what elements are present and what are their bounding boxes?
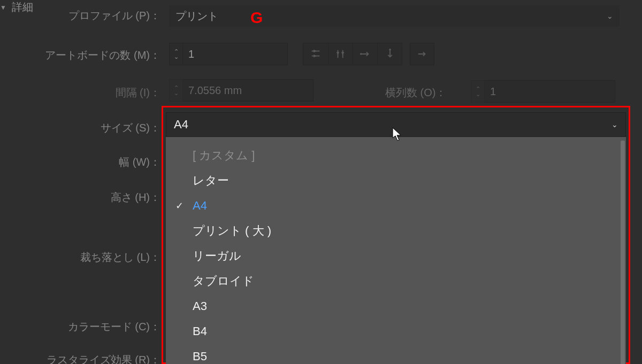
profile-value: プリント <box>175 9 218 24</box>
svg-point-1 <box>389 49 391 50</box>
spacing-stepper: ⌃⌄ 7.0556 mm <box>169 79 314 102</box>
raster-effects-label: ラスタライズ効果 (R)： <box>47 353 160 364</box>
stepper-arrows-icon: ⌃⌄ <box>169 79 183 102</box>
size-dropdown[interactable]: A4 ⌄ [ カスタム ] レター ✓ A4 プリント ( 大 ) リーガル タ… <box>166 112 626 364</box>
arrange-grid-col-icon[interactable] <box>328 43 353 65</box>
size-option[interactable]: B5 <box>166 344 626 364</box>
columns-stepper: ⌃⌄ 1 <box>471 80 615 103</box>
bleed-label: 裁ち落とし (L)： <box>80 250 160 265</box>
size-current-value: A4 <box>174 118 188 131</box>
details-label: 詳細 <box>12 0 33 14</box>
triangle-down-icon: ▼ <box>0 4 6 11</box>
height-label: 高さ (H)： <box>111 190 160 205</box>
stepper-arrows-icon: ⌃⌄ <box>471 80 485 103</box>
profile-select[interactable]: プリント ⌄ <box>169 5 620 27</box>
arrange-rtl-icon[interactable] <box>410 43 434 65</box>
size-label: サイズ (S)： <box>101 121 160 135</box>
size-option[interactable]: A3 <box>166 293 626 319</box>
chevron-down-icon: ⌄ <box>612 120 618 129</box>
size-option[interactable]: レター <box>166 168 626 193</box>
spacing-label: 間隔 (I)： <box>116 86 160 100</box>
artboard-count-input[interactable]: 1 <box>183 43 288 65</box>
size-option[interactable]: リーガル <box>166 243 626 268</box>
size-option[interactable]: B4 <box>166 319 626 344</box>
size-select[interactable]: A4 ⌄ <box>166 112 626 137</box>
size-option[interactable]: ✓ A4 <box>166 193 626 218</box>
color-mode-label: カラーモード (C)： <box>68 320 160 334</box>
artboard-arrangement-group <box>303 43 402 65</box>
width-label: 幅 (W)： <box>119 155 160 169</box>
columns-input: 1 <box>485 80 615 103</box>
spacing-input: 7.0556 mm <box>183 79 314 102</box>
artboard-count-label: アートボードの数 (M)： <box>45 48 160 63</box>
arrange-grid-row-icon[interactable] <box>303 43 328 65</box>
arrange-col-icon[interactable] <box>377 43 402 65</box>
size-option[interactable]: タブロイド <box>166 268 626 293</box>
svg-point-0 <box>360 53 361 55</box>
columns-label: 横列数 (O)： <box>385 86 446 100</box>
stepper-arrows-icon[interactable]: ⌃⌄ <box>169 43 183 65</box>
profile-label: プロファイル (P)： <box>68 9 160 23</box>
scrollbar[interactable] <box>621 141 625 364</box>
size-options-list: [ カスタム ] レター ✓ A4 プリント ( 大 ) リーガル タブロイド … <box>166 137 626 364</box>
size-option[interactable]: プリント ( 大 ) <box>166 218 626 243</box>
size-option-custom[interactable]: [ カスタム ] <box>166 143 626 168</box>
annotation-marker: G <box>250 9 263 27</box>
check-icon: ✓ <box>175 200 184 212</box>
arrange-row-icon[interactable] <box>353 43 377 65</box>
artboard-count-stepper[interactable]: ⌃⌄ 1 <box>169 43 288 65</box>
chevron-down-icon: ⌄ <box>607 12 613 20</box>
